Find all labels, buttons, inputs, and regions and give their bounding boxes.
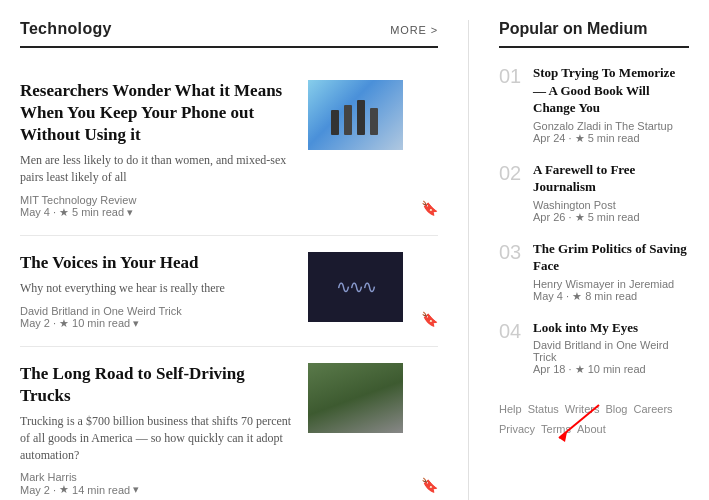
footer-links: HelpStatusWritersBlogCareersPrivacyTerms… xyxy=(499,400,689,440)
popular-meta: Gonzalo Zladi in The Startup xyxy=(533,120,689,132)
popular-text: The Grim Politics of Saving Face Henry W… xyxy=(533,240,689,303)
sidebar-title: Popular on Medium xyxy=(499,20,689,48)
bookmark-icon[interactable]: 🔖 xyxy=(421,477,438,494)
article-item: The Voices in Your Head Why not everythi… xyxy=(20,236,438,347)
popular-date-read: Apr 24 · ★ 5 min read xyxy=(533,132,689,145)
articles-list: Researchers Wonder What it Means When Yo… xyxy=(20,64,438,500)
article-title[interactable]: Researchers Wonder What it Means When Yo… xyxy=(20,80,294,146)
popular-date-read: Apr 26 · ★ 5 min read xyxy=(533,211,689,224)
article-meta: MIT Technology Review xyxy=(20,194,294,206)
popular-title[interactable]: A Farewell to Free Journalism xyxy=(533,161,689,196)
article-text: The Voices in Your Head Why not everythi… xyxy=(20,252,294,330)
article-meta: David Britland in One Weird Trick xyxy=(20,305,294,317)
article-meta-row2: May 4 · ★ 5 min read ▾ xyxy=(20,206,294,219)
star-icon: ★ xyxy=(575,363,585,375)
article-image[interactable] xyxy=(308,252,403,322)
star-icon: ★ xyxy=(572,290,582,302)
popular-meta: Henry Wismayer in Jeremiad xyxy=(533,278,689,290)
red-arrow xyxy=(549,400,609,450)
svg-line-0 xyxy=(559,405,599,438)
pub-name[interactable]: Mark Harris xyxy=(20,471,77,483)
article-text: Researchers Wonder What it Means When Yo… xyxy=(20,80,294,219)
separator-dot: · xyxy=(53,317,56,329)
chevron-down-icon[interactable]: ▾ xyxy=(133,317,139,330)
separator-dot: · xyxy=(53,206,56,218)
main-column: Technology MORE > Researchers Wonder Wha… xyxy=(20,20,469,500)
article-subtitle: Men are less likely to do it than women,… xyxy=(20,152,294,186)
article-subtitle: Trucking is a $700 billion business that… xyxy=(20,413,294,463)
article-date: May 2 xyxy=(20,484,50,496)
more-link[interactable]: MORE > xyxy=(390,24,438,36)
popular-meta: Washington Post xyxy=(533,199,689,211)
chevron-down-icon[interactable]: ▾ xyxy=(127,206,133,219)
popular-date-read: Apr 18 · ★ 10 min read xyxy=(533,363,689,376)
popular-text: A Farewell to Free Journalism Washington… xyxy=(533,161,689,224)
popular-number: 04 xyxy=(499,321,523,341)
article-image[interactable] xyxy=(308,363,403,433)
star-icon: ★ xyxy=(575,211,585,223)
article-meta-row2: May 2 · ★ 10 min read ▾ xyxy=(20,317,294,330)
article-item: Researchers Wonder What it Means When Yo… xyxy=(20,64,438,236)
star-icon: ★ xyxy=(59,317,69,330)
popular-number: 01 xyxy=(499,66,523,86)
popular-item: 03 The Grim Politics of Saving Face Henr… xyxy=(499,240,689,303)
footer-link-privacy[interactable]: Privacy xyxy=(499,423,535,435)
section-title: Technology xyxy=(20,20,112,38)
pub-name[interactable]: MIT Technology Review xyxy=(20,194,136,206)
popular-meta: David Britland in One Weird Trick xyxy=(533,339,689,363)
popular-title[interactable]: Look into My Eyes xyxy=(533,319,689,337)
star-icon: ★ xyxy=(575,132,585,144)
popular-title[interactable]: The Grim Politics of Saving Face xyxy=(533,240,689,275)
read-time: 5 min read xyxy=(72,206,124,218)
footer-link-careers[interactable]: Careers xyxy=(633,403,672,415)
article-title[interactable]: The Long Road to Self-Driving Trucks xyxy=(20,363,294,407)
popular-number: 02 xyxy=(499,163,523,183)
article-meta: Mark Harris xyxy=(20,471,294,483)
popular-number: 03 xyxy=(499,242,523,262)
article-date: May 2 xyxy=(20,317,50,329)
popular-list: 01 Stop Trying To Memorize — A Good Book… xyxy=(499,64,689,376)
footer-link-help[interactable]: Help xyxy=(499,403,522,415)
article-meta-row2: May 2 · ★ 14 min read ▾ xyxy=(20,483,294,496)
popular-text: Stop Trying To Memorize — A Good Book Wi… xyxy=(533,64,689,145)
bookmark-icon[interactable]: 🔖 xyxy=(421,311,438,328)
popular-item: 04 Look into My Eyes David Britland in O… xyxy=(499,319,689,377)
article-title[interactable]: The Voices in Your Head xyxy=(20,252,294,274)
read-time: 14 min read xyxy=(72,484,130,496)
popular-item: 01 Stop Trying To Memorize — A Good Book… xyxy=(499,64,689,145)
popular-text: Look into My Eyes David Britland in One … xyxy=(533,319,689,377)
section-header: Technology MORE > xyxy=(20,20,438,48)
star-icon: ★ xyxy=(59,206,69,219)
popular-item: 02 A Farewell to Free Journalism Washing… xyxy=(499,161,689,224)
article-image[interactable] xyxy=(308,80,403,150)
popular-date-read: May 4 · ★ 8 min read xyxy=(533,290,689,303)
article-subtitle: Why not everything we hear is really the… xyxy=(20,280,294,297)
read-time: 10 min read xyxy=(72,317,130,329)
star-icon: ★ xyxy=(59,483,69,496)
sidebar-column: Popular on Medium 01 Stop Trying To Memo… xyxy=(469,20,689,500)
article-date: May 4 xyxy=(20,206,50,218)
chevron-down-icon[interactable]: ▾ xyxy=(133,483,139,496)
bookmark-icon[interactable]: 🔖 xyxy=(421,200,438,217)
separator-dot: · xyxy=(53,484,56,496)
article-item: The Long Road to Self-Driving Trucks Tru… xyxy=(20,347,438,500)
pub-name[interactable]: David Britland in One Weird Trick xyxy=(20,305,182,317)
popular-title[interactable]: Stop Trying To Memorize — A Good Book Wi… xyxy=(533,64,689,117)
article-text: The Long Road to Self-Driving Trucks Tru… xyxy=(20,363,294,497)
